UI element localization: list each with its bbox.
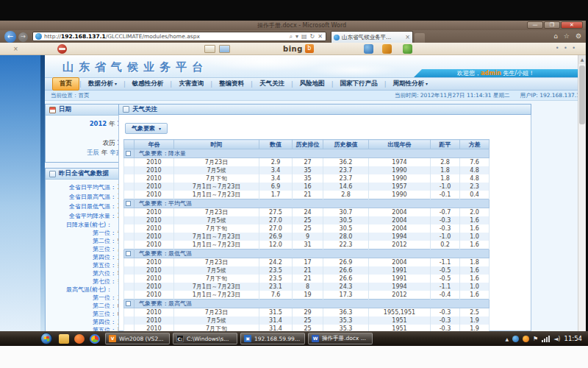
toggle-cell (124, 316, 135, 325)
firefox-icon[interactable] (74, 334, 85, 344)
nav-item[interactable]: 天气关注 (253, 78, 291, 90)
minimize-button[interactable]: — (527, 21, 543, 29)
section-row[interactable]: 气象要素：平均气温 (124, 199, 490, 208)
chrome-icon[interactable] (90, 334, 100, 344)
bing-toolbar[interactable]: bing b (283, 44, 314, 53)
section-toggle-icon[interactable] (126, 201, 131, 206)
toggle-cell (124, 191, 135, 199)
community-icon[interactable] (403, 44, 412, 54)
table-cell: 7月23日 (174, 158, 259, 167)
column-header: 历史极值 (323, 140, 369, 149)
table-cell: 7月5候 (174, 316, 259, 325)
table-row: 20107月23日24.21726.92004-1.11.8 (124, 258, 490, 267)
table-cell: -1.0 (431, 233, 460, 241)
nav-item[interactable]: 灾害查询 (172, 78, 210, 90)
home-icon[interactable]: ⌂ (553, 32, 558, 40)
toggle-cell (124, 208, 135, 217)
nav-item[interactable]: 整编资料 (212, 78, 251, 90)
table-cell: 7月23日 (174, 258, 259, 267)
sparkle-icon[interactable] (382, 44, 392, 54)
start-button[interactable] (40, 333, 52, 344)
nav-item[interactable]: 敏感性分析 (126, 78, 171, 90)
maximize-button[interactable]: ❐ (544, 21, 560, 29)
taskbar-button-word[interactable]: W操作手册.docx ... (308, 333, 373, 344)
table-cell: -0.4 (431, 291, 460, 300)
document-icon (49, 171, 56, 177)
tab-close-icon[interactable]: × (405, 34, 410, 40)
section-row[interactable]: 气象要素：降水量 (124, 149, 490, 158)
action-center-flag-icon[interactable]: ⚑ (533, 336, 538, 342)
taskbar-button-cmd[interactable]: C:C:\Windows\s... (173, 333, 237, 344)
toggle-cell (124, 308, 135, 317)
nav-item[interactable]: 风险地图 (293, 78, 331, 90)
taskbar-button-vmware[interactable]: VWin2008 (VS2... (105, 333, 170, 344)
weather-element-button[interactable]: 气象要素▾ (125, 123, 168, 134)
forward-button[interactable]: → (18, 32, 28, 42)
clock[interactable]: 11:54 (564, 335, 583, 342)
scroll-up-icon[interactable]: ▲ (578, 55, 586, 64)
more-options-icon[interactable]: • • • (556, 45, 577, 52)
stop-icon[interactable]: ✕ (318, 33, 323, 40)
section-toggle-icon[interactable] (126, 151, 131, 156)
table-row: 20107月5候3.43523.719901.84.8 (124, 166, 490, 174)
close-button[interactable]: ✕ (561, 21, 583, 29)
table-row: 20107月1日～7月23日23.1824.31994-1.11.0 (124, 283, 490, 291)
nav-item[interactable]: 数据分析▾ (82, 78, 123, 90)
toggle-cell (124, 275, 135, 283)
background-window-title: 操作手册.docx - Microsoft Word (257, 21, 346, 29)
browser-tab[interactable]: 山东省气候业务平... × (331, 31, 413, 43)
rank-label: 第二位： (46, 237, 116, 245)
toolbar-close-icon[interactable]: × (13, 46, 18, 52)
volume-icon[interactable]: ◄) (553, 336, 560, 342)
addon-logo-icon[interactable] (57, 44, 67, 54)
network-icon[interactable] (542, 336, 550, 342)
column-header: 历史排位 (293, 140, 323, 149)
table-cell: 1990 (369, 166, 431, 174)
vertical-scrollbar[interactable]: ▲ (578, 55, 586, 331)
taskbar-button-rdp[interactable]: ▣192.168.59.99... (240, 333, 305, 344)
table-cell: 2012 (369, 291, 431, 300)
back-button[interactable]: ← (4, 31, 16, 43)
new-tab-button[interactable] (415, 33, 425, 43)
table-cell: 16 (293, 183, 323, 191)
bottom-margin (0, 346, 588, 368)
search-icon[interactable]: ⌕ (290, 33, 293, 40)
section-toggle-icon[interactable] (126, 301, 131, 306)
table-cell: 1990 (369, 191, 431, 199)
refresh-icon[interactable]: ↻ (310, 33, 315, 40)
table-cell: 7月下旬 (174, 224, 259, 233)
table-cell: 26.9 (259, 233, 293, 241)
rank-label: 第三位： (46, 310, 116, 318)
section-title: 气象要素：平均气温 (135, 199, 490, 208)
table-cell: 2.3 (460, 183, 490, 191)
table-cell: 4.8 (460, 174, 490, 183)
scrollbar-thumb[interactable] (579, 66, 585, 124)
section-toggle-icon[interactable] (126, 251, 131, 256)
section-row[interactable]: 气象要素：最低气温 (124, 250, 490, 258)
show-hidden-icons[interactable]: ▲ (505, 336, 509, 342)
favorites-star-icon[interactable]: ☆ (564, 32, 570, 40)
mail-icon[interactable] (204, 45, 215, 53)
section-row[interactable]: 气象要素：最高气温 (124, 300, 490, 308)
table-cell: 7月5候 (174, 216, 259, 224)
address-bar[interactable]: http://192.168.137.1/GLCCLIMATE/modules/… (32, 32, 326, 41)
ie-tray-icon[interactable] (512, 336, 519, 342)
nav-item[interactable]: 周期性分析▾ (387, 78, 435, 90)
main-panel-title: 天气关注 (132, 105, 157, 114)
tools-gear-icon[interactable]: ⚙ (576, 32, 581, 40)
table-cell: 1.9 (460, 316, 490, 325)
nav-item[interactable]: 国家下行产品 (334, 78, 384, 90)
chevron-down-icon[interactable]: ▾ (295, 33, 298, 40)
alert-tray-icon[interactable] (523, 336, 529, 342)
explorer-icon[interactable] (59, 334, 69, 344)
camera-icon[interactable] (364, 44, 373, 54)
compatibility-view-icon[interactable]: ▤ (301, 33, 307, 40)
table-cell: 1.6 (460, 275, 490, 283)
table-cell: 7月下旬 (174, 325, 259, 331)
table-cell: 26.6 (323, 275, 369, 283)
table-row: 20107月下旬31.42535.31951-0.31.9 (124, 325, 490, 331)
nav-item[interactable]: 首页 (52, 77, 79, 91)
taskbar-button-label: 操作手册.docx ... (322, 335, 366, 342)
table-cell: 2010 (135, 158, 174, 167)
message-icon[interactable] (219, 45, 230, 53)
